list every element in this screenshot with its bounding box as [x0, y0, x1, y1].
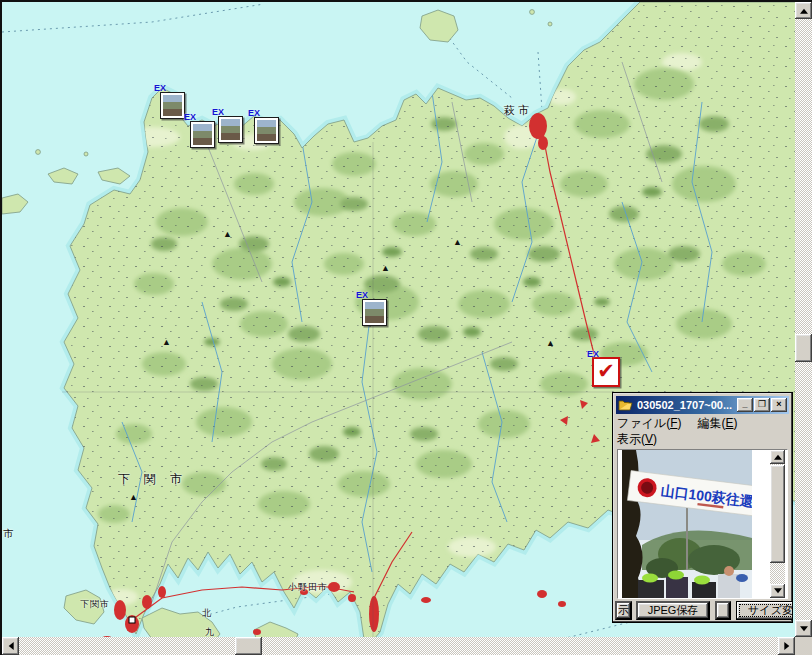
marker-label: EX: [587, 350, 599, 359]
arrow-down-icon: [800, 626, 808, 635]
photo-window-titlebar[interactable]: 030502_1707~00... _ ❐ ×: [616, 396, 789, 414]
photo-marker[interactable]: EX: [190, 121, 215, 148]
map-horizontal-scrollbar[interactable]: [2, 637, 795, 655]
summit-triangle-icon: ▲: [223, 230, 232, 239]
scroll-right-button[interactable]: [778, 637, 795, 655]
marker-label: EX: [356, 291, 368, 300]
clipped-button[interactable]: [715, 601, 731, 620]
photo-scroll-down-button[interactable]: [770, 584, 785, 598]
photo-vertical-scrollbar[interactable]: [770, 450, 785, 598]
arrow-down-icon: [774, 588, 782, 597]
folder-icon: [618, 398, 634, 412]
scroll-left-button[interactable]: [2, 637, 19, 655]
horizontal-scroll-thumb[interactable]: [235, 637, 262, 655]
summit-triangle-icon: ▲: [546, 339, 555, 348]
summit-triangle-icon: ▲: [162, 338, 171, 347]
menu-item-1[interactable]: 編集(E): [697, 416, 737, 432]
arrow-right-icon: [784, 642, 793, 650]
photo-marker[interactable]: EX: [362, 299, 387, 326]
marker-label: EX: [154, 84, 166, 93]
scroll-down-button[interactable]: [795, 620, 812, 637]
scrollbar-corner: [795, 637, 812, 655]
photo-image: 山口100萩往還: [622, 450, 752, 598]
photo-marker[interactable]: EX: [160, 92, 185, 119]
photo-marker[interactable]: EX: [218, 116, 243, 143]
photo-thumbnail-icon: [163, 95, 182, 116]
photo-display-area: 山口100萩往還: [617, 449, 788, 599]
map-place-label: 市: [3, 529, 13, 539]
close-button[interactable]: ×: [771, 398, 787, 412]
vertical-scroll-thumb[interactable]: [795, 334, 812, 362]
arrow-left-icon: [4, 642, 13, 650]
photo-thumbnail-icon: [365, 302, 384, 323]
map-place-label: 小野田市: [288, 583, 328, 592]
photo-window-menubar: ファイル(F)編集(E)表示(V): [617, 416, 788, 448]
clipped-left-button[interactable]: 示: [615, 601, 632, 620]
photo-scroll-up-button[interactable]: [770, 450, 785, 464]
map-place-label: 萩市: [504, 105, 532, 116]
marker-label: EX: [248, 109, 260, 118]
photo-window-title: 030502_1707~00...: [637, 399, 736, 411]
menu-item-2[interactable]: 表示(V): [617, 432, 657, 448]
map-place-label: 北: [202, 609, 211, 618]
maximize-button[interactable]: ❐: [754, 398, 770, 412]
photo-canvas: 山口100萩往還: [618, 450, 770, 598]
photo-scroll-thumb[interactable]: [770, 465, 785, 563]
application-window: EXEXEXEXEXEX✔▲▲▲▲▲▲萩市下関市下関市小野田市北九市 03050…: [0, 0, 812, 655]
summit-triangle-icon: ▲: [129, 493, 138, 502]
jpeg-save-button[interactable]: JPEG保存: [636, 601, 710, 620]
photo-thumbnail-icon: [193, 124, 212, 145]
photo-thumbnail-icon: [221, 119, 240, 140]
menu-item-0[interactable]: ファイル(F): [617, 416, 681, 432]
arrow-up-icon: [774, 451, 782, 460]
marker-label: EX: [212, 108, 224, 117]
minimize-button[interactable]: _: [737, 398, 753, 412]
map-place-label: 下関市: [118, 473, 196, 485]
summit-triangle-icon: ▲: [381, 264, 390, 273]
photo-thumbnail-icon: [257, 120, 276, 141]
red-checkmark-icon: ✔: [597, 359, 615, 382]
photo-viewer-window: 030502_1707~00... _ ❐ × ファイル(F)編集(E)表示(V…: [612, 392, 793, 623]
marker-label: EX: [184, 113, 196, 122]
resize-button[interactable]: サイズ変更: [736, 601, 792, 620]
scroll-up-button[interactable]: [795, 2, 812, 19]
photo-window-buttons: 示 JPEG保存 サイズ変更: [613, 600, 792, 620]
map-place-label: 下関市: [80, 600, 110, 609]
arrow-up-icon: [800, 4, 808, 13]
map-vertical-scrollbar[interactable]: [795, 2, 812, 637]
map-place-label: 九: [205, 628, 214, 637]
summit-triangle-icon: ▲: [453, 238, 462, 247]
photo-marker[interactable]: EX: [254, 117, 279, 144]
selected-photo-marker[interactable]: EX✔: [592, 357, 620, 387]
